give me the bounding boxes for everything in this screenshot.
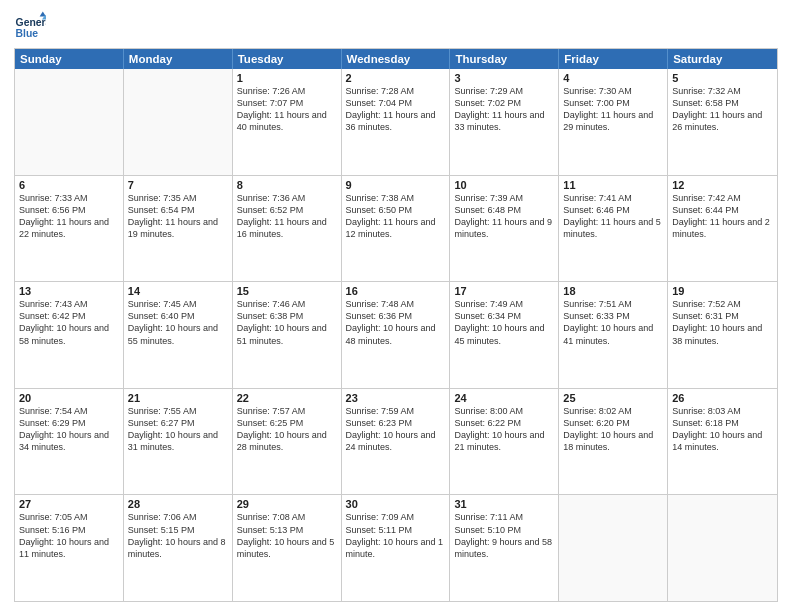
day-number: 22 xyxy=(237,392,337,404)
day-number: 10 xyxy=(454,179,554,191)
header: General Blue xyxy=(14,10,778,42)
day-details: Sunrise: 7:09 AM Sunset: 5:11 PM Dayligh… xyxy=(346,511,446,560)
calendar-cell: 21Sunrise: 7:55 AM Sunset: 6:27 PM Dayli… xyxy=(124,389,233,495)
calendar-cell: 15Sunrise: 7:46 AM Sunset: 6:38 PM Dayli… xyxy=(233,282,342,388)
day-details: Sunrise: 7:28 AM Sunset: 7:04 PM Dayligh… xyxy=(346,85,446,134)
calendar-cell: 29Sunrise: 7:08 AM Sunset: 5:13 PM Dayli… xyxy=(233,495,342,601)
calendar-cell: 13Sunrise: 7:43 AM Sunset: 6:42 PM Dayli… xyxy=(15,282,124,388)
day-details: Sunrise: 7:32 AM Sunset: 6:58 PM Dayligh… xyxy=(672,85,773,134)
day-details: Sunrise: 7:42 AM Sunset: 6:44 PM Dayligh… xyxy=(672,192,773,241)
calendar-cell: 28Sunrise: 7:06 AM Sunset: 5:15 PM Dayli… xyxy=(124,495,233,601)
day-number: 27 xyxy=(19,498,119,510)
day-details: Sunrise: 7:41 AM Sunset: 6:46 PM Dayligh… xyxy=(563,192,663,241)
day-details: Sunrise: 7:54 AM Sunset: 6:29 PM Dayligh… xyxy=(19,405,119,454)
calendar-cell xyxy=(559,495,668,601)
weekday-header: Sunday xyxy=(15,49,124,69)
day-details: Sunrise: 7:39 AM Sunset: 6:48 PM Dayligh… xyxy=(454,192,554,241)
calendar-cell: 10Sunrise: 7:39 AM Sunset: 6:48 PM Dayli… xyxy=(450,176,559,282)
page: General Blue SundayMondayTuesdayWednesda… xyxy=(0,0,792,612)
weekday-header: Tuesday xyxy=(233,49,342,69)
calendar-cell: 2Sunrise: 7:28 AM Sunset: 7:04 PM Daylig… xyxy=(342,69,451,175)
day-number: 15 xyxy=(237,285,337,297)
day-number: 6 xyxy=(19,179,119,191)
day-details: Sunrise: 7:26 AM Sunset: 7:07 PM Dayligh… xyxy=(237,85,337,134)
day-details: Sunrise: 7:55 AM Sunset: 6:27 PM Dayligh… xyxy=(128,405,228,454)
calendar-cell: 16Sunrise: 7:48 AM Sunset: 6:36 PM Dayli… xyxy=(342,282,451,388)
day-number: 28 xyxy=(128,498,228,510)
day-number: 26 xyxy=(672,392,773,404)
day-details: Sunrise: 7:59 AM Sunset: 6:23 PM Dayligh… xyxy=(346,405,446,454)
day-number: 20 xyxy=(19,392,119,404)
calendar-cell: 14Sunrise: 7:45 AM Sunset: 6:40 PM Dayli… xyxy=(124,282,233,388)
day-details: Sunrise: 7:51 AM Sunset: 6:33 PM Dayligh… xyxy=(563,298,663,347)
day-details: Sunrise: 7:49 AM Sunset: 6:34 PM Dayligh… xyxy=(454,298,554,347)
calendar-cell: 23Sunrise: 7:59 AM Sunset: 6:23 PM Dayli… xyxy=(342,389,451,495)
calendar-week-row: 6Sunrise: 7:33 AM Sunset: 6:56 PM Daylig… xyxy=(15,175,777,282)
day-number: 17 xyxy=(454,285,554,297)
day-number: 8 xyxy=(237,179,337,191)
weekday-header: Friday xyxy=(559,49,668,69)
svg-text:Blue: Blue xyxy=(16,28,39,39)
day-details: Sunrise: 7:35 AM Sunset: 6:54 PM Dayligh… xyxy=(128,192,228,241)
weekday-header: Wednesday xyxy=(342,49,451,69)
calendar-cell: 18Sunrise: 7:51 AM Sunset: 6:33 PM Dayli… xyxy=(559,282,668,388)
calendar-cell: 5Sunrise: 7:32 AM Sunset: 6:58 PM Daylig… xyxy=(668,69,777,175)
calendar-cell: 9Sunrise: 7:38 AM Sunset: 6:50 PM Daylig… xyxy=(342,176,451,282)
day-details: Sunrise: 7:30 AM Sunset: 7:00 PM Dayligh… xyxy=(563,85,663,134)
calendar-week-row: 13Sunrise: 7:43 AM Sunset: 6:42 PM Dayli… xyxy=(15,281,777,388)
svg-text:General: General xyxy=(16,17,46,28)
day-number: 12 xyxy=(672,179,773,191)
calendar-cell: 25Sunrise: 8:02 AM Sunset: 6:20 PM Dayli… xyxy=(559,389,668,495)
day-details: Sunrise: 7:38 AM Sunset: 6:50 PM Dayligh… xyxy=(346,192,446,241)
calendar-cell: 20Sunrise: 7:54 AM Sunset: 6:29 PM Dayli… xyxy=(15,389,124,495)
calendar-cell: 12Sunrise: 7:42 AM Sunset: 6:44 PM Dayli… xyxy=(668,176,777,282)
calendar-header: SundayMondayTuesdayWednesdayThursdayFrid… xyxy=(15,49,777,69)
calendar-cell: 6Sunrise: 7:33 AM Sunset: 6:56 PM Daylig… xyxy=(15,176,124,282)
day-number: 24 xyxy=(454,392,554,404)
day-details: Sunrise: 7:33 AM Sunset: 6:56 PM Dayligh… xyxy=(19,192,119,241)
day-number: 3 xyxy=(454,72,554,84)
day-number: 11 xyxy=(563,179,663,191)
calendar-cell: 4Sunrise: 7:30 AM Sunset: 7:00 PM Daylig… xyxy=(559,69,668,175)
calendar-week-row: 1Sunrise: 7:26 AM Sunset: 7:07 PM Daylig… xyxy=(15,69,777,175)
day-details: Sunrise: 7:05 AM Sunset: 5:16 PM Dayligh… xyxy=(19,511,119,560)
day-details: Sunrise: 8:00 AM Sunset: 6:22 PM Dayligh… xyxy=(454,405,554,454)
day-number: 30 xyxy=(346,498,446,510)
day-details: Sunrise: 7:43 AM Sunset: 6:42 PM Dayligh… xyxy=(19,298,119,347)
day-details: Sunrise: 7:36 AM Sunset: 6:52 PM Dayligh… xyxy=(237,192,337,241)
calendar-week-row: 27Sunrise: 7:05 AM Sunset: 5:16 PM Dayli… xyxy=(15,494,777,601)
calendar-cell: 26Sunrise: 8:03 AM Sunset: 6:18 PM Dayli… xyxy=(668,389,777,495)
day-number: 25 xyxy=(563,392,663,404)
day-number: 14 xyxy=(128,285,228,297)
day-number: 4 xyxy=(563,72,663,84)
day-details: Sunrise: 7:06 AM Sunset: 5:15 PM Dayligh… xyxy=(128,511,228,560)
calendar-cell: 3Sunrise: 7:29 AM Sunset: 7:02 PM Daylig… xyxy=(450,69,559,175)
day-details: Sunrise: 7:52 AM Sunset: 6:31 PM Dayligh… xyxy=(672,298,773,347)
calendar-cell: 8Sunrise: 7:36 AM Sunset: 6:52 PM Daylig… xyxy=(233,176,342,282)
weekday-header: Thursday xyxy=(450,49,559,69)
calendar-cell: 22Sunrise: 7:57 AM Sunset: 6:25 PM Dayli… xyxy=(233,389,342,495)
day-number: 21 xyxy=(128,392,228,404)
calendar-cell: 31Sunrise: 7:11 AM Sunset: 5:10 PM Dayli… xyxy=(450,495,559,601)
day-number: 31 xyxy=(454,498,554,510)
calendar-cell: 11Sunrise: 7:41 AM Sunset: 6:46 PM Dayli… xyxy=(559,176,668,282)
day-details: Sunrise: 7:57 AM Sunset: 6:25 PM Dayligh… xyxy=(237,405,337,454)
day-number: 9 xyxy=(346,179,446,191)
day-details: Sunrise: 8:02 AM Sunset: 6:20 PM Dayligh… xyxy=(563,405,663,454)
weekday-header: Saturday xyxy=(668,49,777,69)
calendar-cell xyxy=(15,69,124,175)
calendar-week-row: 20Sunrise: 7:54 AM Sunset: 6:29 PM Dayli… xyxy=(15,388,777,495)
calendar-cell: 27Sunrise: 7:05 AM Sunset: 5:16 PM Dayli… xyxy=(15,495,124,601)
day-number: 1 xyxy=(237,72,337,84)
calendar-cell xyxy=(124,69,233,175)
day-details: Sunrise: 7:48 AM Sunset: 6:36 PM Dayligh… xyxy=(346,298,446,347)
calendar-cell: 7Sunrise: 7:35 AM Sunset: 6:54 PM Daylig… xyxy=(124,176,233,282)
calendar-cell: 30Sunrise: 7:09 AM Sunset: 5:11 PM Dayli… xyxy=(342,495,451,601)
calendar: SundayMondayTuesdayWednesdayThursdayFrid… xyxy=(14,48,778,602)
calendar-cell xyxy=(668,495,777,601)
day-number: 5 xyxy=(672,72,773,84)
day-details: Sunrise: 7:29 AM Sunset: 7:02 PM Dayligh… xyxy=(454,85,554,134)
calendar-cell: 1Sunrise: 7:26 AM Sunset: 7:07 PM Daylig… xyxy=(233,69,342,175)
calendar-cell: 24Sunrise: 8:00 AM Sunset: 6:22 PM Dayli… xyxy=(450,389,559,495)
day-number: 19 xyxy=(672,285,773,297)
